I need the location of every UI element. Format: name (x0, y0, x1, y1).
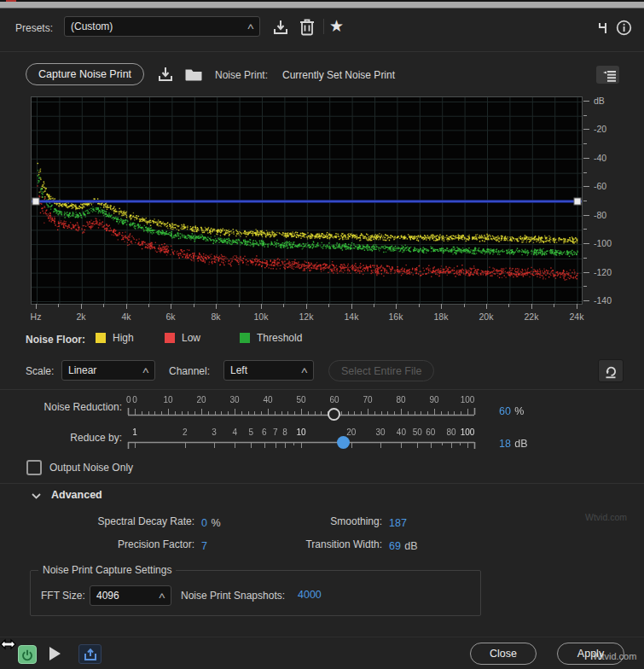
frequency-axis-label: 22k (523, 311, 540, 322)
chevron-down-icon: ˄ (301, 366, 308, 375)
legend-item-high: High (96, 332, 134, 344)
trash-icon (299, 18, 315, 36)
db-axis-label: -40 (594, 153, 606, 163)
panel-menu-button[interactable] (596, 66, 619, 84)
group-title: Noise Print Capture Settings (38, 564, 176, 576)
spectral-decay-rate-label: Spectral Decay Rate: (0, 515, 194, 527)
frequency-axis-label: 4k (118, 311, 135, 322)
divider (0, 637, 644, 637)
move-cursor (0, 636, 17, 653)
axis-tick (103, 304, 104, 307)
frequency-axis-label: 12k (298, 311, 315, 322)
axis-tick (194, 304, 194, 307)
axis-tick (554, 304, 554, 307)
axis-tick (171, 304, 171, 309)
frequency-axis-label: 20k (478, 311, 495, 322)
select-entire-file-button: Select Entire File (328, 360, 434, 381)
axis-tick (36, 304, 37, 309)
db-axis: dB-20-40-60-80-100-120-140 (582, 96, 643, 311)
capture-noise-print-button[interactable]: Capture Noise Print (26, 63, 144, 85)
routing-button[interactable] (595, 20, 610, 35)
info-icon (616, 20, 632, 36)
reset-button[interactable] (598, 359, 624, 382)
precision-factor-label: Precision Factor: (0, 538, 194, 550)
frequency-axis-label: 14k (343, 311, 360, 322)
preset-select-value: (Custom) (71, 20, 113, 32)
legend-label: Low (182, 332, 200, 344)
smoothing-label: Smoothing: (213, 515, 382, 527)
transition-width-value[interactable]: 69 dB (389, 538, 418, 553)
load-noise-print-button[interactable] (184, 67, 203, 82)
delete-preset-button[interactable] (299, 18, 315, 36)
axis-tick (583, 229, 587, 230)
favorite-preset-button[interactable]: ★ (329, 17, 344, 36)
noise-print-snapshots-value[interactable]: 4000 (298, 589, 322, 601)
axis-tick (148, 304, 149, 307)
toggle-effect-power-button[interactable] (18, 645, 37, 664)
loop-playback-icon (84, 649, 97, 661)
fft-size-label: FFT Size: (41, 590, 85, 602)
axis-tick (583, 215, 589, 216)
info-button[interactable] (616, 20, 632, 36)
preset-select[interactable]: (Custom) ˄​ (64, 16, 260, 37)
axis-tick (583, 300, 589, 301)
legend-label: High (113, 332, 134, 344)
noise-print-snapshots-label: Noise Print Snapshots: (181, 590, 285, 602)
axis-tick (508, 304, 509, 307)
chevron-down-icon[interactable] (32, 493, 41, 499)
save-preset-button[interactable] (272, 19, 289, 36)
noise-floor-legend: HighLowThreshold (96, 332, 351, 347)
noise-floor-legend-label: Noise Floor: (26, 334, 85, 346)
axis-tick (441, 304, 442, 309)
frequency-axis-label: 18k (432, 311, 450, 322)
apply-button[interactable]: Apply (557, 643, 624, 665)
scale-select[interactable]: Linear ˄ (61, 360, 155, 381)
axis-tick (583, 243, 589, 244)
axis-tick (351, 304, 352, 309)
frequency-axis-label: 8k (207, 311, 224, 322)
close-button[interactable]: Close (470, 643, 537, 665)
channel-label: Channel: (169, 365, 210, 377)
divider (0, 51, 644, 52)
db-axis-label: -100 (594, 238, 612, 248)
chevron-down-icon: ˄​ (247, 22, 254, 32)
panel-menu-icon (603, 71, 617, 82)
legend-swatch (96, 333, 106, 343)
axis-tick (58, 304, 59, 307)
fft-size-select[interactable]: 4096 ˄ (90, 585, 171, 606)
noise-print-capture-settings-group: Noise Print Capture Settings FFT Size: 4… (30, 570, 481, 616)
reduce-by-slider[interactable] (126, 425, 484, 454)
output-noise-only-checkbox[interactable] (26, 460, 42, 475)
loop-playback-button[interactable] (78, 644, 102, 664)
save-noise-print-button[interactable] (157, 66, 174, 83)
axis-tick (583, 286, 587, 287)
noise-print-label: Noise Print: (215, 69, 268, 81)
noise-reduction-knob[interactable] (328, 408, 340, 421)
toolbar-separator (323, 19, 324, 34)
preview-play-button[interactable] (49, 647, 61, 660)
axis-tick (81, 304, 82, 309)
noise-reduction-label: Noise Reduction: (0, 401, 122, 413)
axis-tick (239, 304, 240, 307)
noise-floor-graph[interactable] (31, 96, 583, 305)
noise-reduction-slider[interactable] (126, 393, 484, 422)
chevron-down-icon: ˄ (159, 591, 165, 601)
axis-tick (583, 272, 589, 273)
axis-tick (583, 258, 587, 259)
channel-select-value: Left (230, 364, 247, 376)
frequency-axis-label: 24k (568, 311, 585, 322)
noise-print-value: Currently Set Noise Print (282, 69, 395, 81)
precision-factor-value[interactable]: 7 (201, 538, 207, 553)
axis-tick (583, 143, 587, 144)
axis-tick (328, 304, 329, 307)
advanced-header[interactable]: Advanced (51, 489, 102, 501)
frequency-axis-label: 10k (252, 311, 270, 322)
db-axis-label: -120 (594, 267, 612, 277)
noise-floor-canvas[interactable] (32, 97, 582, 304)
watermark: Wtvid.com (585, 512, 627, 522)
channel-select[interactable]: Left ˄ (223, 360, 314, 381)
reset-icon (604, 364, 618, 379)
smoothing-value[interactable]: 187 (389, 515, 407, 530)
axis-tick (306, 304, 307, 309)
reduce-by-label: Reduce by: (0, 432, 122, 444)
